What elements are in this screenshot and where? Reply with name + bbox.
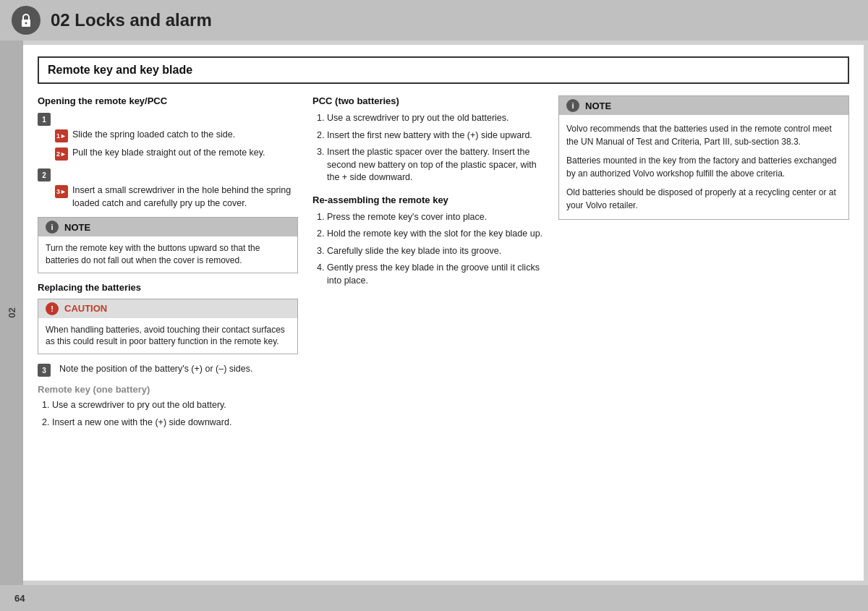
- right-note-body: Volvo recommends that the batteries used…: [559, 115, 848, 219]
- list-item: Gently press the key blade in the groove…: [327, 262, 544, 287]
- page-title: 02 Locks and alarm: [51, 10, 212, 30]
- right-note-para-3: Old batteries should be disposed of prop…: [566, 186, 841, 212]
- sub-step-1a: 1► Slide the spring loaded catch to the …: [38, 129, 298, 142]
- chapter-tab: 02: [0, 40, 23, 585]
- opening-subheading: Opening the remote key/PCC: [38, 95, 298, 106]
- opening-note-header: i NOTE: [38, 218, 297, 236]
- page-number: 64: [14, 593, 25, 604]
- sub-step-1a-icon: 1►: [55, 129, 68, 142]
- lock-icon: [12, 6, 41, 35]
- reassemble-list: Press the remote key's cover into place.…: [312, 211, 544, 288]
- step-1-badge: 1: [38, 113, 51, 126]
- right-note-header: i NOTE: [559, 96, 848, 115]
- step-3-block: 3 Note the position of the battery's (+)…: [38, 363, 298, 377]
- list-item: Press the remote key's cover into place.: [327, 211, 544, 224]
- sub-step-2-icon: 3►: [55, 185, 68, 198]
- caution-label: CAUTION: [64, 303, 107, 314]
- sub-step-2-text: Insert a small screwdriver in the hole b…: [72, 184, 298, 210]
- middle-column: PCC (two batteries) Use a screwdriver to…: [312, 95, 544, 436]
- right-note-box: i NOTE Volvo recommends that the batteri…: [558, 95, 849, 220]
- list-item: Use a screwdriver to pry out the old bat…: [327, 112, 544, 125]
- right-note-label: NOTE: [585, 101, 611, 111]
- opening-note-icon: i: [46, 221, 59, 234]
- step-2-block: 2 3► Insert a small screwdriver in the h…: [38, 168, 298, 210]
- opening-note-box: i NOTE Turn the remote key with the butt…: [38, 217, 298, 273]
- caution-text: When handling batteries, avoid touching …: [38, 318, 297, 354]
- right-note-para-1: Volvo recommends that the batteries used…: [566, 122, 841, 148]
- svg-point-1: [25, 22, 27, 25]
- right-note-para-2: Batteries mounted in the key from the fa…: [566, 154, 841, 180]
- list-item: Use a screwdriver to pry out the old bat…: [52, 399, 298, 412]
- step-3-badge: 3: [38, 364, 51, 377]
- remote-one-subheading: Remote key (one battery): [38, 384, 298, 395]
- sub-step-1a-text: Slide the spring loaded catch to the sid…: [72, 129, 235, 142]
- opening-note-text: Turn the remote key with the buttons upw…: [38, 236, 297, 273]
- section-title: Remote key and key blade: [48, 64, 192, 76]
- left-column: Opening the remote key/PCC 1 1► Slide th…: [38, 95, 298, 436]
- list-item: Hold the remote key with the slot for th…: [327, 228, 544, 241]
- list-item: Insert the first new battery with the (+…: [327, 129, 544, 142]
- list-item: Insert the plastic spacer over the batte…: [327, 146, 544, 184]
- step-1-block: 1 1► Slide the spring loaded catch to th…: [38, 112, 298, 161]
- caution-icon: !: [46, 302, 59, 315]
- caution-header: ! CAUTION: [38, 299, 297, 318]
- replacing-subheading: Replacing the batteries: [38, 282, 298, 293]
- columns-layout: Opening the remote key/PCC 1 1► Slide th…: [38, 95, 849, 436]
- chapter-number: 02: [7, 307, 17, 317]
- sub-step-1b-icon: 2►: [55, 148, 68, 161]
- page-footer: 64: [0, 585, 868, 611]
- right-note-icon: i: [566, 99, 579, 112]
- right-column: i NOTE Volvo recommends that the batteri…: [558, 95, 849, 436]
- page-header: 02 Locks and alarm: [0, 0, 868, 40]
- pcc-list: Use a screwdriver to pry out the old bat…: [312, 112, 544, 184]
- list-item: Carefully slide the key blade into its g…: [327, 245, 544, 258]
- step-3-text: Note the position of the battery's (+) o…: [59, 363, 252, 376]
- caution-box: ! CAUTION When handling batteries, avoid…: [38, 299, 298, 355]
- sub-step-1b: 2► Pull the key blade straight out of th…: [38, 147, 298, 161]
- main-content: Remote key and key blade Opening the rem…: [23, 45, 864, 581]
- sub-step-1b-text: Pull the key blade straight out of the r…: [72, 147, 265, 160]
- list-item: Insert a new one with the (+) side downw…: [52, 416, 298, 430]
- pcc-subheading: PCC (two batteries): [312, 95, 544, 106]
- reassemble-subheading: Re-assembling the remote key: [312, 195, 544, 205]
- remote-one-list: Use a screwdriver to pry out the old bat…: [38, 399, 298, 429]
- step-2-badge: 2: [38, 168, 51, 181]
- sub-step-2: 3► Insert a small screwdriver in the hol…: [38, 184, 298, 210]
- opening-note-label: NOTE: [64, 222, 90, 233]
- section-header: Remote key and key blade: [38, 56, 849, 84]
